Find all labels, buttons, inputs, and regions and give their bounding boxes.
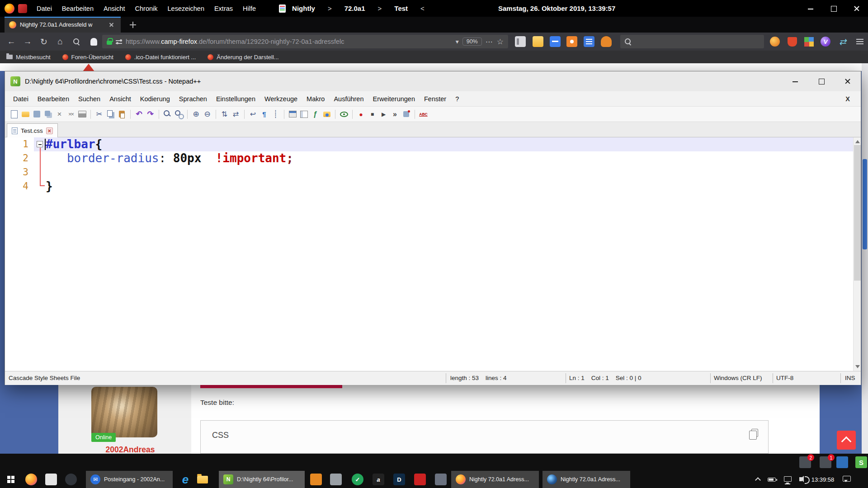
taskbar-pinned-icon-1[interactable] — [25, 474, 37, 485]
sync-horizontal-icon[interactable] — [231, 109, 241, 119]
reload-button[interactable]: ↻ — [37, 35, 51, 48]
menu-kodierung[interactable]: Kodierung — [136, 95, 175, 103]
document-tab-close-icon[interactable] — [46, 127, 53, 134]
copy-code-icon[interactable] — [751, 429, 758, 437]
app-menu-icon[interactable] — [854, 36, 866, 47]
taskbar-button-firefox-1[interactable]: Nightly 72.0a1 Adress... — [451, 471, 539, 488]
bookmarks-folder-icon[interactable] — [533, 36, 543, 47]
taskbar-app-icon-6[interactable] — [414, 474, 426, 485]
menu-werkzeuge[interactable]: Werkzeuge — [260, 95, 302, 103]
skype-tray-icon[interactable] — [855, 456, 867, 468]
page-actions-icon[interactable]: ⋯ — [486, 38, 493, 46]
macro-play-icon[interactable] — [378, 109, 389, 119]
url-text[interactable]: https://www.camp-firefox.de/forum/thema/… — [126, 38, 452, 45]
document-map-icon[interactable] — [299, 109, 309, 119]
bookmark-star-icon[interactable]: ☆ — [497, 37, 504, 47]
taskbar-pinned-icon-2[interactable] — [45, 474, 57, 485]
bookmark-meistbesucht[interactable]: Meistbesucht — [6, 54, 51, 61]
session-manager-extension-icon[interactable] — [802, 36, 815, 47]
paste-icon[interactable] — [117, 109, 127, 119]
macro-stop-icon[interactable] — [367, 109, 377, 119]
function-list-icon[interactable] — [310, 109, 321, 119]
menu-extras[interactable]: Extras — [209, 5, 238, 12]
taskbar-button-firefox-2[interactable]: Nightly 72.0a1 Adress... — [542, 471, 630, 488]
replace-icon[interactable] — [174, 109, 184, 119]
monitoring-icon[interactable] — [339, 109, 349, 119]
taskbar-button-thunderbird[interactable]: Posteingang - 2002An... — [86, 471, 173, 488]
close-button[interactable] — [835, 71, 861, 91]
taskbar-app-icon-5[interactable] — [393, 474, 405, 485]
close-all-icon[interactable] — [66, 109, 76, 119]
tray-expand-icon[interactable] — [755, 477, 761, 483]
tray-overflow-icon-3[interactable] — [836, 456, 848, 468]
menu-datei[interactable]: Datei — [9, 95, 33, 103]
taskbar-clock[interactable]: 13:39:58 — [808, 471, 837, 488]
video-download-helper-icon[interactable] — [819, 36, 832, 47]
back-button[interactable]: ← — [5, 35, 18, 48]
taskbar-app-icon-2[interactable] — [330, 474, 342, 485]
permissions-icon[interactable] — [116, 39, 122, 44]
menu-chronik[interactable]: Chronik — [130, 5, 163, 12]
search-icon[interactable] — [70, 35, 83, 48]
user-defined-dialog-icon[interactable] — [288, 109, 298, 119]
menu-makro[interactable]: Makro — [302, 95, 329, 103]
forward-button[interactable]: → — [21, 35, 34, 48]
menu-lesezeichen[interactable]: Lesezeichen — [163, 5, 209, 12]
editor-scrollbar-thumb[interactable] — [854, 145, 861, 281]
bookmark-ico-datei[interactable]: .ico-Datei funktioniert ... — [125, 54, 196, 61]
ublock-origin-icon[interactable] — [786, 36, 798, 47]
find-icon[interactable] — [162, 109, 173, 119]
browser-tab-active[interactable]: Nightly 72.0a1 Adressfeld w — [5, 17, 121, 33]
menu-datei[interactable]: Datei — [32, 5, 57, 12]
search-input[interactable] — [620, 35, 764, 48]
menu-hilfe[interactable]: Hilfe — [238, 5, 261, 12]
start-button[interactable] — [0, 471, 22, 488]
scroll-up-icon[interactable] — [855, 140, 860, 143]
status-cursor-position[interactable]: Ln : 1 Col : 1 Sel : 0 | 0 — [569, 371, 642, 385]
new-tab-button[interactable] — [127, 19, 139, 31]
sync-vertical-icon[interactable] — [219, 109, 230, 119]
url-bar[interactable]: https://www.camp-firefox.de/forum/thema/… — [102, 35, 508, 48]
menu-einstellungen[interactable]: Einstellungen — [212, 95, 260, 103]
menu-sprachen[interactable]: Sprachen — [175, 95, 212, 103]
menu-erweiterungen[interactable]: Erweiterungen — [368, 95, 420, 103]
page-scrollbar[interactable] — [862, 63, 868, 454]
internet-explorer-icon[interactable] — [178, 472, 193, 487]
page-scrollbar-thumb[interactable] — [863, 159, 867, 249]
macro-save-icon[interactable] — [401, 109, 411, 119]
scroll-down-icon[interactable] — [855, 365, 860, 368]
editor-scrollbar[interactable] — [853, 137, 861, 371]
taskbar-pinned-icon-3[interactable] — [65, 474, 77, 485]
code-editor[interactable]: 1 2 3 4 #urlbar{ border-radius: 80px !im… — [5, 137, 861, 371]
menu-ansicht[interactable]: Ansicht — [99, 5, 130, 12]
cut-icon[interactable] — [94, 109, 104, 119]
tray-overflow-icon-2[interactable]: 1 — [820, 456, 831, 468]
document-close-button[interactable]: X — [841, 95, 854, 103]
file-explorer-icon[interactable] — [197, 476, 208, 483]
undo-icon[interactable] — [134, 109, 144, 119]
zoom-in-icon[interactable] — [191, 109, 201, 119]
menu-help[interactable]: ? — [451, 95, 463, 103]
redo-icon[interactable] — [145, 109, 156, 119]
tray-overflow-icon-1[interactable]: 2 — [799, 456, 811, 468]
menu-fenster[interactable]: Fenster — [420, 95, 451, 103]
tab-close-icon[interactable] — [108, 21, 115, 28]
macro-run-multiple-icon[interactable] — [390, 109, 400, 119]
network-icon[interactable] — [784, 476, 792, 482]
folder-as-workspace-icon[interactable] — [321, 109, 332, 119]
copy-icon[interactable] — [105, 109, 116, 119]
urlbar-dropdown-icon[interactable]: ▾ — [456, 38, 459, 45]
indent-guide-icon[interactable] — [270, 109, 281, 119]
taskbar-button-notepadpp[interactable]: D:\Nightly 64\Profilor... — [219, 471, 305, 488]
bookmark-foren-uebersicht[interactable]: Foren-Übersicht — [62, 54, 113, 61]
menu-bearbeiten[interactable]: Bearbeiten — [33, 95, 74, 103]
lock-icon[interactable] — [107, 41, 112, 45]
action-center-icon[interactable] — [843, 476, 851, 482]
scroll-to-top-button[interactable] — [837, 431, 856, 450]
status-eol-format[interactable]: Windows (CR LF) — [714, 371, 762, 385]
menu-suchen[interactable]: Suchen — [74, 95, 105, 103]
minimize-button[interactable] — [799, 0, 822, 17]
taskbar-app-icon-1[interactable] — [310, 474, 322, 485]
library-icon[interactable] — [550, 36, 561, 47]
zoom-level-indicator[interactable]: 90% — [462, 38, 482, 46]
